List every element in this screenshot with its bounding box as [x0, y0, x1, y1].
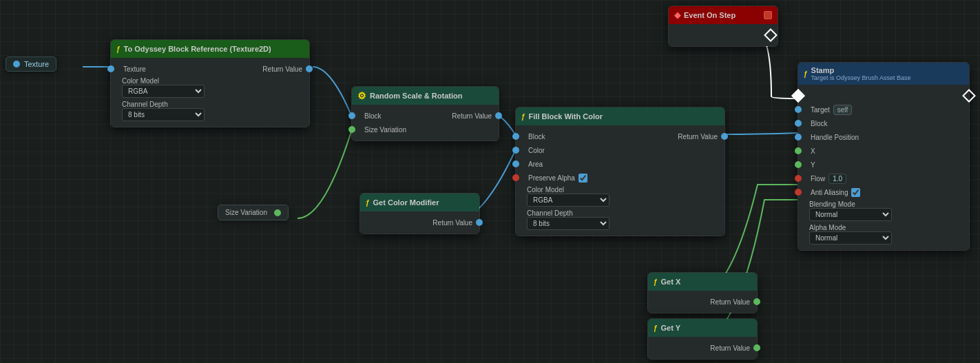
fb-area-row: Area: [516, 157, 724, 171]
get-x-return-pin: [753, 298, 760, 305]
rs-block-pin: [348, 112, 355, 119]
texture2d-pin: [13, 61, 20, 68]
get-y-title: Get Y: [661, 324, 681, 332]
rs-block-row: Block Return Value: [352, 109, 499, 123]
rs-sizevar-label: Size Variation: [364, 126, 406, 134]
stamp-title: Stamp: [811, 66, 911, 74]
stamp-subtitle: Target is Odyssey Brush Asset Base: [811, 74, 911, 81]
gcm-return-label: Return Value: [432, 219, 472, 227]
event-header: ◆ Event On Step: [669, 6, 778, 24]
to-odyssey-body: Texture Return Value Color Model RGBA Ch…: [111, 58, 309, 127]
stamp-blending-row: Blending Mode Normal: [798, 199, 969, 222]
get-y-node: ƒ Get Y Return Value: [647, 318, 758, 360]
texture2d-label: Texture: [24, 60, 49, 68]
texture-row: Texture Return Value: [111, 62, 309, 76]
stamp-aa-label: Anti Aliasing: [811, 189, 848, 196]
rs-sizevar-pin: [348, 126, 355, 133]
gcm-body: Return Value: [360, 211, 479, 234]
gcm-title: Get Color Modifier: [373, 198, 439, 207]
stamp-block-pin: [795, 120, 802, 127]
event-stop-icon: [764, 11, 772, 19]
fill-block-node: ƒ Fill Block With Color Block Return Val…: [515, 107, 725, 236]
stamp-block-row: Block: [798, 116, 969, 130]
get-x-return-row: Return Value: [648, 295, 757, 309]
get-color-modifier-node: ƒ Get Color Modifier Return Value: [359, 193, 480, 234]
stamp-y-row: Y: [798, 158, 969, 172]
get-x-icon: ƒ: [654, 278, 658, 286]
color-model-select[interactable]: RGBA: [122, 85, 205, 98]
rs-return-label: Return Value: [452, 112, 492, 120]
gear-icon: ⚙: [357, 90, 366, 101]
channel-depth-label: Channel Depth: [122, 101, 168, 108]
stamp-handle-label: Handle Position: [811, 134, 859, 141]
get-y-return-row: Return Value: [648, 341, 757, 355]
fill-function-icon: ƒ: [521, 113, 525, 121]
fb-colormodel-label: Color Model: [527, 186, 564, 194]
stamp-y-pin: [795, 161, 802, 168]
stamp-blending-select[interactable]: Normal: [809, 208, 892, 221]
stamp-flow-pin: [795, 175, 802, 182]
fb-block-label: Block: [528, 133, 545, 141]
fb-channeldepth-select[interactable]: 8 bits: [527, 217, 609, 230]
to-odyssey-title: To Odyssey Block Reference (Texture2D): [124, 45, 271, 53]
stamp-target-label: Target: [811, 106, 830, 114]
get-x-node: ƒ Get X Return Value: [647, 272, 758, 313]
stamp-header: ƒ Stamp Target is Odyssey Brush Asset Ba…: [798, 63, 969, 85]
rs-return-pin: [495, 112, 502, 119]
stamp-aa-row: Anti Aliasing: [798, 185, 969, 199]
channel-depth-select[interactable]: 8 bits: [122, 108, 205, 121]
random-scale-body: Block Return Value Size Variation: [352, 105, 499, 141]
stamp-target-row: Target self: [798, 103, 969, 116]
return-value-pin: [306, 65, 313, 72]
random-scale-node: ⚙ Random Scale & Rotation Block Return V…: [351, 86, 499, 141]
fb-area-pin: [512, 160, 519, 167]
get-x-header: ƒ Get X: [648, 273, 757, 291]
channel-depth-row: Channel Depth 8 bits: [111, 99, 309, 123]
stamp-body: Target self Block Handle Position X Y Fl…: [798, 85, 969, 250]
fb-color-row: Color: [516, 143, 724, 157]
fb-block-row: Block Return Value: [516, 129, 724, 143]
fb-color-label: Color: [528, 147, 545, 154]
preserve-alpha-checkbox[interactable]: [578, 174, 587, 183]
stamp-aa-pin: [795, 189, 802, 196]
get-x-return-label: Return Value: [710, 298, 750, 306]
event-exec-pin: [764, 28, 778, 42]
size-variation-node: Size Variation: [218, 205, 289, 220]
get-x-title: Get X: [661, 278, 681, 286]
gcm-function-icon: ƒ: [366, 199, 370, 207]
color-model-row: Color Model RGBA: [111, 76, 309, 99]
get-y-body: Return Value: [648, 337, 757, 359]
stamp-aa-checkbox[interactable]: [851, 188, 860, 197]
fb-return-label: Return Value: [678, 133, 718, 141]
fb-return-pin: [721, 133, 728, 140]
stamp-self-badge: self: [833, 105, 853, 115]
random-scale-title: Random Scale & Rotation: [370, 92, 462, 100]
fb-preserve-row: Preserve Alpha: [516, 171, 724, 185]
texture-input-pin: [107, 65, 114, 72]
random-scale-header: ⚙ Random Scale & Rotation: [352, 87, 499, 105]
stamp-alpha-label: Alpha Mode: [809, 224, 846, 231]
stamp-target-pin: [795, 106, 802, 113]
stamp-node: ƒ Stamp Target is Odyssey Brush Asset Ba…: [797, 62, 970, 251]
stamp-block-label: Block: [811, 120, 827, 127]
stamp-alpha-select[interactable]: Normal: [809, 231, 892, 245]
fb-colormodel-row: Color Model RGBA: [516, 185, 724, 208]
gcm-header: ƒ Get Color Modifier: [360, 194, 479, 211]
fb-channeldepth-label: Channel Depth: [527, 209, 573, 217]
fb-colormodel-select[interactable]: RGBA: [527, 194, 609, 207]
event-body: [669, 24, 778, 46]
fill-block-body: Block Return Value Color Area Preserve A…: [516, 125, 724, 236]
fb-block-pin: [512, 133, 519, 140]
stamp-handle-pin: [795, 134, 802, 141]
fb-channeldepth-row: Channel Depth 8 bits: [516, 208, 724, 231]
stamp-x-label: X: [811, 147, 815, 155]
size-var-pin: [274, 209, 281, 216]
to-odyssey-header: ƒ To Odyssey Block Reference (Texture2D): [111, 40, 309, 58]
texture2d-node: Texture: [6, 56, 56, 72]
return-value-label: Return Value: [262, 65, 302, 73]
fb-color-pin: [512, 147, 519, 154]
stamp-flow-label: Flow: [811, 175, 825, 183]
stamp-x-row: X: [798, 144, 969, 158]
stamp-flow-row: Flow 1.0: [798, 172, 969, 185]
fb-preserve-label: Preserve Alpha: [528, 174, 575, 182]
